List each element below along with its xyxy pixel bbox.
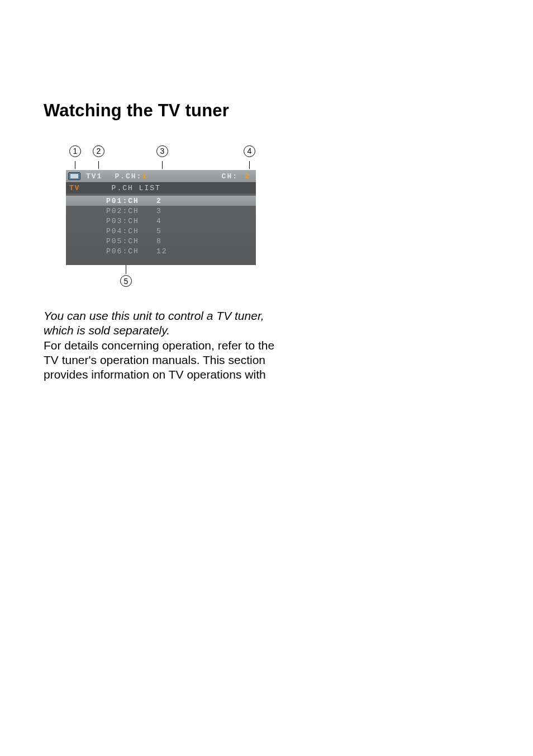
preset-row-value: 2: [156, 197, 162, 205]
preset-row-label: P01:CH: [106, 197, 156, 205]
tv-source-label: TV1: [86, 172, 102, 181]
callout-2: 2: [93, 145, 104, 157]
preset-row-value: 5: [156, 227, 162, 235]
callout-row-bottom: 5: [66, 265, 256, 290]
intro-paragraph: You can use this unit to control a TV tu…: [44, 309, 278, 338]
preset-list-label: P.CH LIST: [112, 184, 161, 192]
channel-label: CH:: [222, 172, 238, 181]
preset-row-label: P03:CH: [106, 217, 156, 225]
callout-leaders-top: [66, 161, 256, 170]
tv-osd-panel: TV1 P.CH:1 CH: 2 TV P.CH LIST P01:CH2P02…: [66, 170, 256, 265]
preset-row: P03:CH4: [66, 216, 256, 226]
tv-mode-label: TV: [69, 184, 80, 192]
preset-row-label: P04:CH: [106, 227, 156, 235]
callout-5: 5: [120, 275, 132, 287]
preset-row: P02:CH3: [66, 206, 256, 216]
preset-row: P06:CH12: [66, 246, 256, 256]
callout-4: 4: [244, 145, 255, 157]
preset-channel-label: P.CH:1: [115, 172, 147, 181]
preset-row-label: P05:CH: [106, 237, 156, 245]
details-paragraph: For details concerning operation, refer …: [44, 338, 278, 382]
preset-row: P04:CH5: [66, 226, 256, 236]
preset-row-value: 3: [156, 207, 162, 215]
preset-row-value: 12: [156, 247, 168, 256]
preset-row-value: 4: [156, 217, 162, 225]
tv-osd-header: TV1 P.CH:1 CH: 2: [66, 170, 256, 182]
section-heading: Watching the TV tuner: [44, 101, 489, 121]
callout-3: 3: [156, 145, 168, 157]
tv-tuner-diagram: 1 2 3 4 TV1 P.CH:1 CH: 2 TV P.CH LI: [66, 144, 256, 290]
callout-1: 1: [69, 145, 81, 157]
preset-row: P05:CH8: [66, 236, 256, 246]
preset-row: P01:CH2: [66, 196, 256, 206]
preset-channel-list: P01:CH2P02:CH3P03:CH4P04:CH5P05:CH8P06:C…: [66, 193, 256, 265]
preset-row-label: P02:CH: [106, 207, 156, 215]
tv-icon: [68, 172, 80, 180]
channel-value: 2: [245, 172, 250, 181]
tv-osd-subheader: TV P.CH LIST: [66, 182, 256, 193]
callout-row-top: 1 2 3 4: [66, 144, 256, 158]
preset-row-value: 8: [156, 237, 162, 245]
preset-row-label: P06:CH: [106, 247, 156, 256]
